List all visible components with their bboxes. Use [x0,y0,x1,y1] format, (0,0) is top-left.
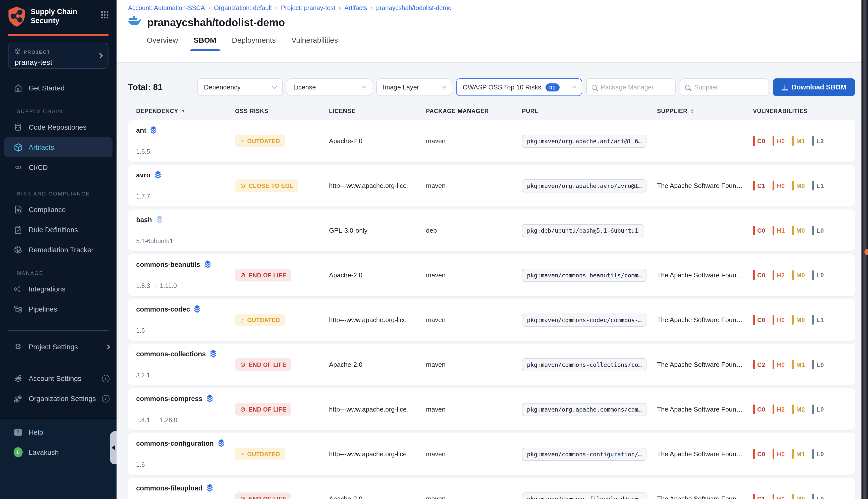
section-label-manage: MANAGE [0,270,116,276]
tab-vulnerabilities[interactable]: Vulnerabilities [290,32,339,51]
download-sbom-label: Download SBOM [792,83,846,91]
dependency-version: 1.7.7 [136,193,235,200]
pipelines-icon [14,305,23,313]
chevron-down-icon [571,84,576,89]
badge-status-icon: ⊘ [240,271,246,279]
license-value: Apache-2.0 [329,271,426,279]
tab-overview[interactable]: Overview [146,32,179,51]
table-row[interactable]: commons-collections3.2.1 ⊘END OF LIFE Ap… [128,344,855,386]
layers-icon [206,394,213,402]
supplier-value: The Apache Software Foun… [657,316,753,324]
breadcrumb-artifacts[interactable]: Artifacts [344,4,367,12]
vulnerability-counts: C1 H0 M0 L1 [753,181,855,191]
table-row[interactable]: avro1.7.7 ⊘CLOSE TO EOL http---www.apach… [128,165,855,207]
sidebar-item-account-settings[interactable]: Account Settings i [0,368,116,388]
info-icon[interactable]: i [102,395,110,402]
license-filter-select[interactable]: License [287,78,372,96]
info-icon[interactable]: i [102,375,110,382]
sidebar-item-label: Remediation Tracker [29,246,94,254]
table-row[interactable]: commons-codec1.6 ◔OUTDATED http---www.ap… [128,299,855,341]
low-bar [812,136,814,146]
sidebar-item-cicd[interactable]: ∞ CI/CD [0,157,116,178]
dependency-name: avro [136,171,150,179]
breadcrumb-current[interactable]: pranaycshah/todolist-demo [376,4,451,12]
dependency-filter-select[interactable]: Dependency [197,78,283,96]
supplier-search-input[interactable] [694,83,759,91]
project-selector[interactable]: PROJECT pranay-test [8,43,109,69]
sidebar-item-artifacts[interactable]: Artifacts [4,137,112,157]
table-row[interactable]: commons-configuration1.6 ◔OUTDATED http-… [128,433,855,475]
sidebar-item-help[interactable]: ? Help [0,422,116,442]
purl-chip[interactable]: pkg:maven/org.apache.ant/ant@1.6… [522,134,647,147]
download-sbom-button[interactable]: ↓ Download SBOM [773,78,855,96]
dependency-name: commons-compress [136,395,202,402]
purl-chip[interactable]: pkg:maven/commons-configuration/… [522,448,647,461]
column-header-license: LICENSE [329,108,426,114]
dependency-name: ant [136,126,146,134]
table-row[interactable]: commons-compress1.4.1 → 1.28.0 ⊘END OF L… [128,388,855,430]
sidebar-item-compliance[interactable]: Compliance [0,199,116,220]
column-header-supplier[interactable]: SUPPLIER ▲▼ [657,108,753,114]
purl-chip[interactable]: pkg:maven/commons-fileupload/com… [522,492,647,499]
license-value: Apache-2.0 [329,361,426,368]
sidebar-item-integrations[interactable]: Integrations [0,279,116,299]
dependency-name: commons-fileupload [136,484,202,492]
sidebar-item-label: Artifacts [29,143,54,151]
purl-chip[interactable]: pkg:maven/org.apache.avro/avro@1… [522,179,647,192]
table-row[interactable]: commons-fileupload ⊘END OF LIFE Apache-2… [128,478,855,499]
owasp-risks-filter-select[interactable]: OWASP OSS Top 10 Risks 01 [456,78,582,96]
sidebar-collapse-handle[interactable] [110,431,116,464]
breadcrumb-separator-icon: › [367,4,376,12]
table-row[interactable]: bash5.1-6ubuntu1 - GPL-3.0-only deb pkg:… [128,209,855,251]
breadcrumb-project[interactable]: Project: pranay-test [281,4,335,12]
sidebar-item-label: Project Settings [29,343,78,351]
product-title: Supply Chain Security [30,6,86,25]
sidebar-item-remediation-tracker[interactable]: Remediation Tracker [0,240,116,260]
column-header-dependency[interactable]: DEPENDENCY ▼ [136,108,235,114]
supplier-search[interactable] [680,78,769,96]
dependency-filter-label: Dependency [204,83,240,91]
app-switcher-grid-icon[interactable] [101,11,109,21]
breadcrumb-separator-icon: › [335,4,344,12]
tab-sbom[interactable]: SBOM [193,32,217,51]
table-row[interactable]: ant1.6.5 ◔OUTDATED Apache-2.0 maven pkg:… [128,120,855,162]
oss-risk-badge: ⊘END OF LIFE [235,358,292,371]
oss-risk-badge: ◔OUTDATED [235,448,285,460]
breadcrumb-account[interactable]: Account: Automation-SSCA [128,4,205,12]
package-manager-search[interactable] [586,78,675,96]
oss-risk-badge: ◔OUTDATED [235,135,285,147]
image-layer-filter-select[interactable]: Image Layer [376,78,452,96]
purl-chip[interactable]: pkg:deb/ubuntu/bash@5.1-6ubuntu1 [522,224,643,237]
vulnerability-counts: C0 H0 M1 L0 [753,449,855,459]
breadcrumb-organization[interactable]: Organization: default [214,4,272,12]
package-manager-value: maven [426,450,522,458]
sidebar-item-rule-definitions[interactable]: Rule Definitions [0,220,116,240]
sidebar-item-get-started[interactable]: Get Started [0,78,116,98]
section-label-supply-chain: SUPPLY CHAIN [0,108,116,114]
table-row[interactable]: commons-beanutils1.8.3 → 1.11.0 ⊘END OF … [128,254,855,296]
sidebar-item-pipelines[interactable]: Pipelines [0,299,116,319]
purl-chip[interactable]: pkg:maven/org.apache.commons/com… [522,403,647,416]
tab-deployments[interactable]: Deployments [231,32,277,51]
sidebar-item-user-profile[interactable]: L Lavakush [0,442,116,462]
gear-icon: ⚙ [14,342,23,351]
sidebar-item-code-repositories[interactable]: Code Repositories [0,117,116,137]
clipboard-check-icon [14,226,23,234]
license-value: http---www.apache.org-lice… [329,450,426,458]
sidebar-item-organization-settings[interactable]: Organization Settings i [0,388,116,409]
badge-status-icon: ⊘ [240,405,246,413]
oss-risk-badge: - [235,224,237,237]
high-bar [772,136,774,146]
purl-chip[interactable]: pkg:maven/commons-codec/commons-… [522,313,647,326]
critical-bar [753,136,755,146]
sidebar-item-project-settings[interactable]: ⚙ Project Settings [0,337,116,357]
chevron-down-icon [361,84,367,89]
purl-chip[interactable]: pkg:maven/commons-collections/co… [522,358,647,371]
dependency-version: 1.6 [136,327,235,334]
dependency-name: bash [136,216,152,223]
dependency-version: 1.4.1 → 1.28.0 [136,417,235,424]
purl-chip[interactable]: pkg:maven/commons-beanutils/comm… [522,269,647,282]
package-manager-search-input[interactable] [601,83,666,91]
vertical-scrollbar[interactable] [861,0,868,499]
dependency-version: 1.8.3 → 1.11.0 [136,282,235,290]
